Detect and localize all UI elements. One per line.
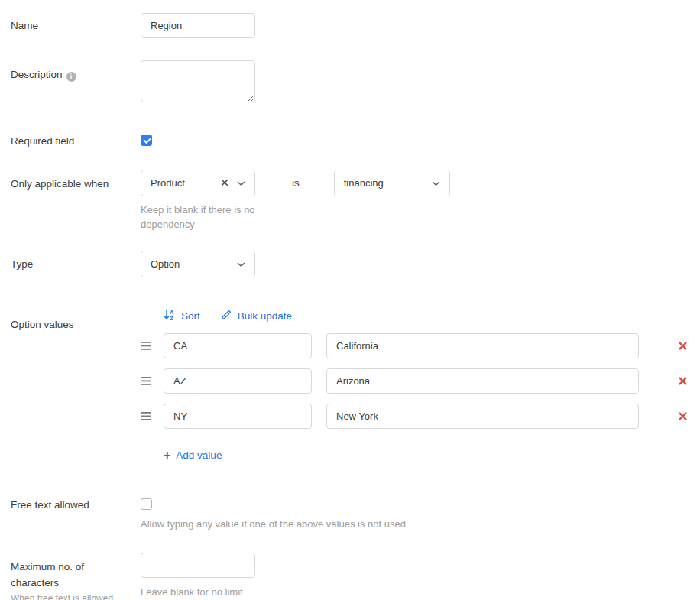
row-required: Required field <box>11 135 700 148</box>
chevron-down-icon <box>432 177 440 189</box>
sort-label: Sort <box>181 310 200 322</box>
option-name-input[interactable] <box>326 368 639 394</box>
type-select[interactable]: Option <box>141 251 255 277</box>
dependency-label: Only applicable when <box>11 170 141 190</box>
free-text-label: Free text allowed <box>11 498 141 511</box>
required-checkbox[interactable] <box>141 135 152 146</box>
description-label: Descriptioni <box>11 60 141 82</box>
required-label: Required field <box>11 135 141 148</box>
row-type: Type Option <box>11 251 700 277</box>
add-value-label: Add value <box>176 449 222 461</box>
row-name: Name <box>11 13 700 38</box>
plus-icon: + <box>164 450 170 461</box>
drag-handle-icon[interactable] <box>141 412 151 420</box>
option-values-label: Option values <box>11 308 141 331</box>
bulk-update-label: Bulk update <box>238 310 292 322</box>
free-text-helper: Allow typing any value if one of the abo… <box>141 517 700 532</box>
dependency-value-select[interactable]: financing <box>334 170 450 196</box>
type-label: Type <box>11 251 141 271</box>
dependency-connector: is <box>292 177 300 189</box>
max-chars-helper: Leave blank for no limit <box>141 585 700 600</box>
option-row <box>141 404 700 429</box>
delete-option-button[interactable] <box>677 410 689 422</box>
chevron-down-icon <box>237 258 245 270</box>
add-value-button[interactable]: + Add value <box>164 449 222 461</box>
pencil-icon <box>220 309 232 323</box>
bulk-update-button[interactable]: Bulk update <box>220 309 292 323</box>
chevron-down-icon <box>237 177 245 189</box>
sort-az-icon: A Z <box>164 308 176 323</box>
max-chars-label-block: Maximum no. of characters When free text… <box>11 553 141 600</box>
description-label-text: Description <box>11 69 63 80</box>
info-icon: i <box>66 72 76 82</box>
option-code-input[interactable] <box>164 368 312 394</box>
option-row <box>141 368 700 394</box>
option-code-input[interactable] <box>164 333 312 358</box>
dependency-field-select[interactable]: Product <box>141 170 255 196</box>
row-option-values: Option values A Z Sort <box>11 308 700 462</box>
name-input[interactable] <box>141 13 255 38</box>
clear-icon[interactable] <box>221 177 228 189</box>
row-max-chars: Maximum no. of characters When free text… <box>11 553 700 600</box>
drag-handle-icon[interactable] <box>141 377 151 385</box>
max-chars-sublabel: When free text is allowed <box>11 593 141 600</box>
custom-field-form: Name Descriptioni Required field Only ap… <box>0 0 700 600</box>
dependency-field-value: Product <box>151 177 185 189</box>
free-text-checkbox[interactable] <box>141 498 152 510</box>
max-chars-label: Maximum no. of characters <box>11 559 102 591</box>
name-label: Name <box>11 13 141 32</box>
row-free-text: Free text allowed Allow typing any value… <box>11 498 700 532</box>
row-description: Descriptioni <box>11 60 700 105</box>
drag-handle-icon[interactable] <box>141 342 151 350</box>
delete-option-button[interactable] <box>677 375 689 387</box>
dependency-value: financing <box>344 177 384 189</box>
description-textarea[interactable] <box>141 60 255 102</box>
section-divider <box>6 294 700 294</box>
max-chars-input[interactable] <box>141 553 255 578</box>
type-value: Option <box>151 258 180 270</box>
option-row <box>141 333 700 358</box>
row-dependency: Only applicable when Product is <box>11 170 700 232</box>
option-code-input[interactable] <box>164 404 312 429</box>
svg-text:Z: Z <box>170 315 173 321</box>
dependency-helper: Keep it blank if there is no dependency <box>141 203 272 232</box>
sort-button[interactable]: A Z Sort <box>164 308 200 323</box>
option-name-input[interactable] <box>326 404 639 429</box>
delete-option-button[interactable] <box>677 340 689 352</box>
option-name-input[interactable] <box>326 333 639 358</box>
option-rows <box>141 333 700 429</box>
